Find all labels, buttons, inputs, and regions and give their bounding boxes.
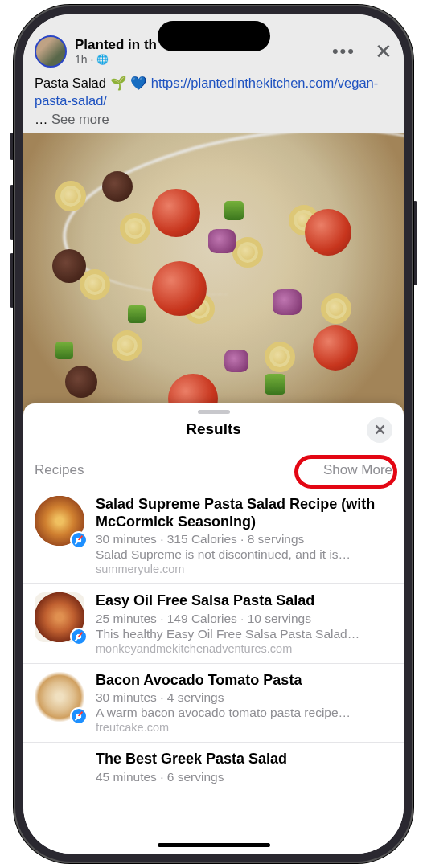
safari-icon: [70, 707, 88, 725]
result-title: The Best Greek Pasta Salad: [96, 751, 392, 768]
section-label-recipes: Recipes: [35, 462, 84, 478]
result-desc: Salad Supreme is not discontinued, and i…: [96, 547, 392, 562]
phone-frame: Planted in th 1h · 🌐 ••• ✕ Pasta Salad 🌱…: [14, 5, 413, 863]
post-time: 1h: [75, 53, 88, 66]
result-desc: This healthy Easy Oil Free Salsa Pasta S…: [96, 627, 392, 641]
results-list: Salad Supreme Pasta Salad Recipe (with M…: [23, 488, 404, 809]
result-domain: summeryule.com: [96, 563, 392, 575]
result-title: Bacon Avocado Tomato Pasta: [96, 672, 392, 690]
privacy-globe-icon: 🌐: [96, 54, 109, 65]
see-more-link[interactable]: See more: [51, 112, 109, 126]
result-desc: A warm bacon avocado tomato pasta recipe…: [96, 706, 392, 720]
post-image[interactable]: [23, 133, 404, 419]
facebook-post: Planted in th 1h · 🌐 ••• ✕ Pasta Salad 🌱…: [23, 14, 404, 432]
dynamic-island: [158, 21, 270, 51]
result-item[interactable]: The Best Greek Pasta Salad 45 minutes · …: [23, 742, 404, 809]
leaf-emoji: 🌱: [110, 74, 127, 92]
results-sheet: Results ✕ Recipes Show More Salad Suprem…: [23, 403, 404, 854]
result-meta: 25 minutes · 149 Calories · 10 servings: [96, 612, 392, 626]
result-meta: 30 minutes · 4 servings: [96, 690, 392, 705]
result-title: Salad Supreme Pasta Salad Recipe (with M…: [96, 496, 392, 530]
show-more-link[interactable]: Show More: [323, 462, 392, 478]
result-title: Easy Oil Free Salsa Pasta Salad: [96, 592, 392, 610]
phone-screen: Planted in th 1h · 🌐 ••• ✕ Pasta Salad 🌱…: [23, 14, 404, 854]
result-item[interactable]: Easy Oil Free Salsa Pasta Salad 25 minut…: [23, 583, 404, 663]
post-text: Pasta Salad: [35, 76, 106, 90]
sheet-title: Results: [35, 420, 392, 438]
safari-icon: [70, 628, 88, 645]
result-meta: 45 minutes · 6 servings: [96, 770, 392, 784]
close-icon[interactable]: ✕: [370, 39, 392, 64]
home-indicator[interactable]: [158, 843, 270, 847]
more-options-icon[interactable]: •••: [326, 41, 362, 62]
safari-icon: [70, 531, 88, 549]
result-domain: monkeyandmekitchenadventures.com: [96, 642, 392, 655]
sheet-close-button[interactable]: ✕: [367, 417, 392, 443]
result-item[interactable]: Bacon Avocado Tomato Pasta 30 minutes · …: [23, 663, 404, 743]
sheet-grabber[interactable]: [198, 410, 230, 414]
result-domain: freutcake.com: [96, 721, 392, 734]
heart-emoji: 💙: [130, 74, 147, 92]
result-meta: 30 minutes · 315 Calories · 8 servings: [96, 532, 392, 547]
result-item[interactable]: Salad Supreme Pasta Salad Recipe (with M…: [23, 488, 404, 583]
avatar[interactable]: [35, 35, 67, 68]
post-body: Pasta Salad 🌱 💙 https://plantedinthekitc…: [23, 74, 404, 133]
